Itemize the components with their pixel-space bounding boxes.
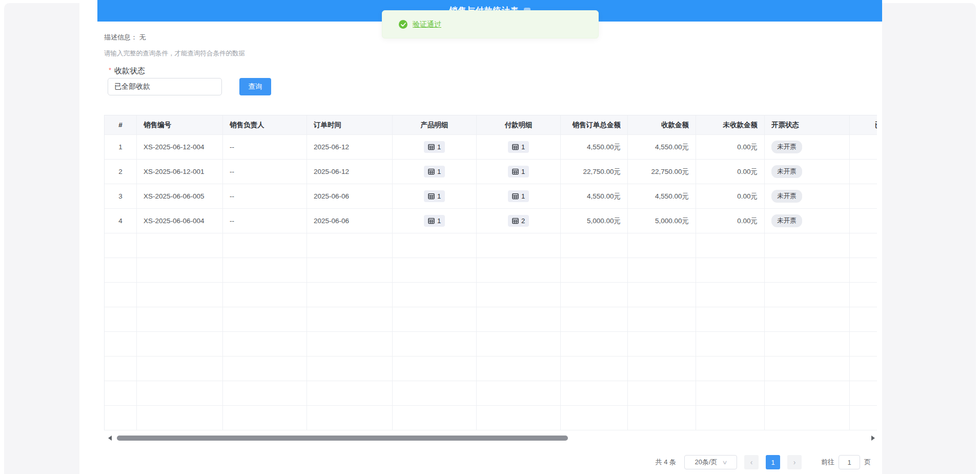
table-cell <box>561 233 628 258</box>
table-cell: 未开票 <box>765 184 850 209</box>
table-cell <box>765 283 850 307</box>
table-cell <box>561 357 628 381</box>
product-detail-chip[interactable]: 1 <box>424 166 445 177</box>
table-cell <box>393 307 477 332</box>
table-cell <box>628 258 696 283</box>
table-cell: -- <box>223 160 307 184</box>
table-cell: 5,000.00元 <box>561 209 628 233</box>
receipt-status-input[interactable] <box>108 78 222 95</box>
table-cell: 0.00元 <box>696 209 765 233</box>
column-header: 开票状态 <box>765 115 850 135</box>
table-cell: 1 <box>477 135 561 160</box>
table-cell <box>850 135 877 160</box>
table-cell <box>393 233 477 258</box>
table-cell <box>393 283 477 307</box>
table-cell <box>137 332 223 357</box>
table-cell: 1 <box>477 184 561 209</box>
scroll-right-arrow-icon[interactable] <box>871 436 875 441</box>
table-cell <box>628 381 696 406</box>
table-row[interactable]: 1XS-2025-06-12-004--2025-06-12114,550.00… <box>105 135 877 160</box>
table-row[interactable]: 3XS-2025-06-06-005--2025-06-06114,550.00… <box>105 184 877 209</box>
total-count: 共 4 条 <box>656 458 676 467</box>
table-cell: 2 <box>105 160 137 184</box>
table-cell <box>137 233 223 258</box>
description-value: 无 <box>139 33 146 41</box>
table-cell <box>223 233 307 258</box>
table-cell <box>696 283 765 307</box>
table-cell <box>765 357 850 381</box>
table-cell <box>850 406 877 430</box>
column-header: # <box>105 115 137 135</box>
table-cell <box>765 406 850 430</box>
page-size-select[interactable]: 20条/页 ∨ <box>684 455 737 469</box>
table-body: 1XS-2025-06-12-004--2025-06-12114,550.00… <box>105 135 877 430</box>
product-detail-chip[interactable]: 1 <box>424 190 445 202</box>
empty-table-row <box>105 233 877 258</box>
product-detail-chip[interactable]: 1 <box>424 215 445 227</box>
prev-page-button[interactable]: ‹ <box>744 455 759 469</box>
table-cell: XS-2025-06-12-004 <box>137 135 223 160</box>
table-cell <box>765 258 850 283</box>
product-detail-chip[interactable]: 1 <box>424 141 445 153</box>
table-cell <box>561 406 628 430</box>
table-cell <box>561 258 628 283</box>
table-cell <box>765 307 850 332</box>
empty-table-row <box>105 406 877 430</box>
table-cell <box>393 357 477 381</box>
column-header: 产品明细 <box>393 115 477 135</box>
payment-detail-chip[interactable]: 2 <box>508 215 529 227</box>
table-cell <box>393 381 477 406</box>
table-cell <box>137 381 223 406</box>
table-cell: -- <box>223 184 307 209</box>
table-row[interactable]: 4XS-2025-06-06-004--2025-06-06125,000.00… <box>105 209 877 233</box>
goto-suffix: 页 <box>864 458 871 467</box>
table-cell <box>105 283 137 307</box>
table-grid-icon <box>512 168 519 175</box>
query-button[interactable]: 查询 <box>239 78 271 95</box>
table-cell <box>850 209 877 233</box>
table-cell <box>393 332 477 357</box>
table-cell <box>696 357 765 381</box>
table-cell <box>105 406 137 430</box>
payment-detail-chip[interactable]: 1 <box>508 166 529 177</box>
table-grid-icon <box>428 193 435 200</box>
goto-page: 前往 页 <box>821 455 871 469</box>
table-cell <box>393 258 477 283</box>
table-cell <box>307 233 393 258</box>
table-cell: 2025-06-06 <box>307 184 393 209</box>
table-cell: 2025-06-06 <box>307 209 393 233</box>
current-page-button[interactable]: 1 <box>766 455 780 469</box>
table-cell: -- <box>223 135 307 160</box>
table-cell: 1 <box>393 184 477 209</box>
table-cell: 1 <box>477 160 561 184</box>
table-cell: 0.00元 <box>696 135 765 160</box>
column-header: 付款明细 <box>477 115 561 135</box>
table-cell <box>393 406 477 430</box>
table-cell <box>477 233 561 258</box>
table-cell <box>696 406 765 430</box>
table-cell: 5,000.00元 <box>628 209 696 233</box>
invoice-status-badge: 未开票 <box>771 214 802 227</box>
table-cell <box>850 332 877 357</box>
table-row[interactable]: 2XS-2025-06-12-001--2025-06-121122,750.0… <box>105 160 877 184</box>
scroll-left-arrow-icon[interactable] <box>108 436 112 441</box>
payment-detail-chip[interactable]: 1 <box>508 141 529 153</box>
next-page-button[interactable]: › <box>787 455 802 469</box>
description-label: 描述信息： <box>104 33 137 41</box>
pagination: 共 4 条 20条/页 ∨ ‹ 1 › 前往 页 <box>656 455 871 470</box>
table-cell: 4,550.00元 <box>561 135 628 160</box>
table-cell <box>105 332 137 357</box>
empty-table-row <box>105 283 877 307</box>
table-cell <box>137 283 223 307</box>
success-check-icon <box>399 20 407 29</box>
table-cell <box>307 258 393 283</box>
scrollbar-thumb[interactable] <box>117 436 568 441</box>
goto-page-input[interactable] <box>839 455 860 469</box>
table-cell <box>307 357 393 381</box>
table-cell <box>628 406 696 430</box>
table-cell: XS-2025-06-06-004 <box>137 209 223 233</box>
payment-detail-chip[interactable]: 1 <box>508 190 529 202</box>
goto-label: 前往 <box>821 458 834 467</box>
table-cell <box>307 406 393 430</box>
table-cell: 1 <box>393 160 477 184</box>
